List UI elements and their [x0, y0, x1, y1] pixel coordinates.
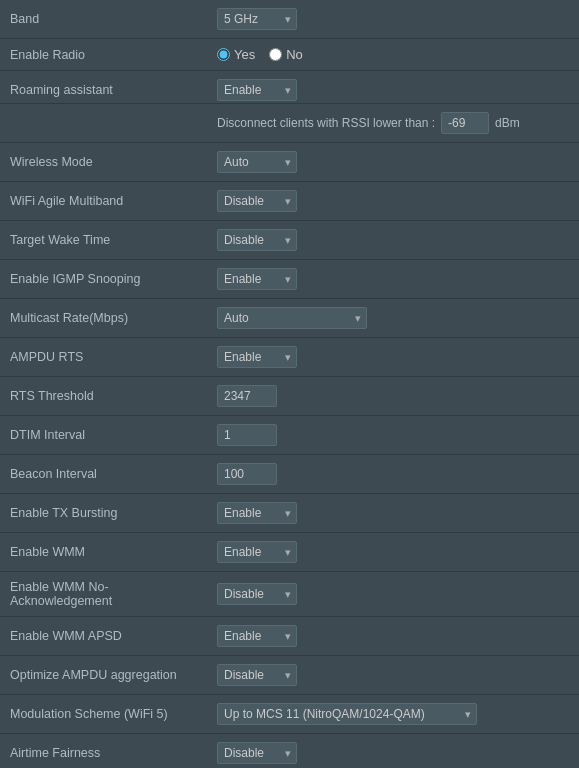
label-enable-tx-bursting: Enable TX Bursting [0, 494, 207, 533]
select-enable-tx-bursting[interactable]: EnableDisable [217, 502, 297, 524]
select-band[interactable]: 5 GHz2.4 GHz [217, 8, 297, 30]
rssi-row: Disconnect clients with RSSI lower than … [217, 112, 569, 134]
select-wrapper-wifi-agile-multiband: DisableEnable [217, 190, 297, 212]
select-multicast-rate-mbps-[interactable]: Auto125.511 [217, 307, 367, 329]
select-wrapper-enable-wmm-apsd: EnableDisable [217, 625, 297, 647]
text-input-rts-threshold[interactable] [217, 385, 277, 407]
row-roaming-assistant: Roaming assistantEnableDisable [0, 71, 579, 104]
label-target-wake-time: Target Wake Time [0, 221, 207, 260]
radio-option-text: Yes [234, 47, 255, 62]
label-enable-wmm-apsd: Enable WMM APSD [0, 617, 207, 656]
row-enable-tx-bursting: Enable TX BurstingEnableDisable [0, 494, 579, 533]
row-airtime-fairness: Airtime FairnessDisableEnable [0, 734, 579, 769]
row-enable-igmp-snooping: Enable IGMP SnoopingEnableDisable [0, 260, 579, 299]
label-rts-threshold: RTS Threshold [0, 377, 207, 416]
label-enable-wmm-no-acknowledgement: Enable WMM No-Acknowledgement [0, 572, 207, 617]
select-wrapper-enable-wmm-no-acknowledgement: DisableEnable [217, 583, 297, 605]
select-wrapper-enable-tx-bursting: EnableDisable [217, 502, 297, 524]
control-rts-threshold [207, 377, 579, 416]
label-multicast-rate-mbps-: Multicast Rate(Mbps) [0, 299, 207, 338]
select-wrapper-multicast-rate-mbps-: Auto125.511 [217, 307, 367, 329]
select-wrapper-wireless-mode: Auto802.11n802.11ac802.11ax [217, 151, 297, 173]
label-enable-igmp-snooping: Enable IGMP Snooping [0, 260, 207, 299]
row-multicast-rate-mbps-: Multicast Rate(Mbps)Auto125.511 [0, 299, 579, 338]
label-wifi-agile-multiband: WiFi Agile Multiband [0, 182, 207, 221]
control-enable-tx-bursting: EnableDisable [207, 494, 579, 533]
roaming-enable-wrapper: EnableDisable [217, 79, 297, 101]
label-roaming-assistant: Roaming assistant [0, 71, 207, 104]
control-enable-wmm: EnableDisable [207, 533, 579, 572]
radio-label-yes[interactable]: Yes [217, 47, 255, 62]
radio-label-no[interactable]: No [269, 47, 303, 62]
control-dtim-interval [207, 416, 579, 455]
control-roaming-assistant: EnableDisable [207, 71, 579, 104]
select-wrapper-enable-wmm: EnableDisable [217, 541, 297, 563]
row-rssi: Disconnect clients with RSSI lower than … [0, 104, 579, 143]
select-wrapper-band: 5 GHz2.4 GHz [217, 8, 297, 30]
select-wrapper-target-wake-time: DisableEnable [217, 229, 297, 251]
radio-no[interactable] [269, 48, 282, 61]
text-input-beacon-interval[interactable] [217, 463, 277, 485]
select-ampdu-rts[interactable]: EnableDisable [217, 346, 297, 368]
select-wrapper-optimize-ampdu-aggregation: DisableEnable [217, 664, 297, 686]
control-modulation-scheme-wifi-5-: Up to MCS 11 (NitroQAM/1024-QAM)Up to MC… [207, 695, 579, 734]
label-enable-wmm: Enable WMM [0, 533, 207, 572]
label-beacon-interval: Beacon Interval [0, 455, 207, 494]
control-airtime-fairness: DisableEnable [207, 734, 579, 769]
roaming-enable-select[interactable]: EnableDisable [217, 79, 297, 101]
row-modulation-scheme-wifi-5-: Modulation Scheme (WiFi 5)Up to MCS 11 (… [0, 695, 579, 734]
select-enable-wmm-no-acknowledgement[interactable]: DisableEnable [217, 583, 297, 605]
control-band: 5 GHz2.4 GHz [207, 0, 579, 39]
control-beacon-interval [207, 455, 579, 494]
row-band: Band5 GHz2.4 GHz [0, 0, 579, 39]
row-target-wake-time: Target Wake TimeDisableEnable [0, 221, 579, 260]
row-beacon-interval: Beacon Interval [0, 455, 579, 494]
row-rts-threshold: RTS Threshold [0, 377, 579, 416]
control-wifi-agile-multiband: DisableEnable [207, 182, 579, 221]
select-target-wake-time[interactable]: DisableEnable [217, 229, 297, 251]
control-enable-wmm-no-acknowledgement: DisableEnable [207, 572, 579, 617]
row-dtim-interval: DTIM Interval [0, 416, 579, 455]
radio-group-enable-radio: YesNo [217, 47, 569, 62]
select-wrapper-ampdu-rts: EnableDisable [217, 346, 297, 368]
row-ampdu-rts: AMPDU RTSEnableDisable [0, 338, 579, 377]
select-enable-igmp-snooping[interactable]: EnableDisable [217, 268, 297, 290]
row-optimize-ampdu-aggregation: Optimize AMPDU aggregationDisableEnable [0, 656, 579, 695]
label-airtime-fairness: Airtime Fairness [0, 734, 207, 769]
label-ampdu-rts: AMPDU RTS [0, 338, 207, 377]
select-airtime-fairness[interactable]: DisableEnable [217, 742, 297, 764]
label-modulation-scheme-wifi-5-: Modulation Scheme (WiFi 5) [0, 695, 207, 734]
row-enable-radio: Enable RadioYesNo [0, 39, 579, 71]
row-enable-wmm: Enable WMMEnableDisable [0, 533, 579, 572]
select-modulation-scheme-wifi-5-[interactable]: Up to MCS 11 (NitroQAM/1024-QAM)Up to MC… [217, 703, 477, 725]
row-wireless-mode: Wireless ModeAuto802.11n802.11ac802.11ax [0, 143, 579, 182]
select-enable-wmm[interactable]: EnableDisable [217, 541, 297, 563]
radio-yes[interactable] [217, 48, 230, 61]
select-wrapper-airtime-fairness: DisableEnable [217, 742, 297, 764]
radio-option-text: No [286, 47, 303, 62]
control-enable-wmm-apsd: EnableDisable [207, 617, 579, 656]
select-optimize-ampdu-aggregation[interactable]: DisableEnable [217, 664, 297, 686]
select-wrapper-enable-igmp-snooping: EnableDisable [217, 268, 297, 290]
label-optimize-ampdu-aggregation: Optimize AMPDU aggregation [0, 656, 207, 695]
control-enable-igmp-snooping: EnableDisable [207, 260, 579, 299]
control-multicast-rate-mbps-: Auto125.511 [207, 299, 579, 338]
select-wifi-agile-multiband[interactable]: DisableEnable [217, 190, 297, 212]
row-wifi-agile-multiband: WiFi Agile MultibandDisableEnable [0, 182, 579, 221]
control-wireless-mode: Auto802.11n802.11ac802.11ax [207, 143, 579, 182]
label-dtim-interval: DTIM Interval [0, 416, 207, 455]
label-band: Band [0, 0, 207, 39]
rssi-unit: dBm [495, 116, 520, 130]
control-enable-radio: YesNo [207, 39, 579, 71]
select-wireless-mode[interactable]: Auto802.11n802.11ac802.11ax [217, 151, 297, 173]
control-target-wake-time: DisableEnable [207, 221, 579, 260]
label-enable-radio: Enable Radio [0, 39, 207, 71]
label-rssi-empty [0, 104, 207, 143]
control-optimize-ampdu-aggregation: DisableEnable [207, 656, 579, 695]
row-enable-wmm-no-acknowledgement: Enable WMM No-AcknowledgementDisableEnab… [0, 572, 579, 617]
settings-table: Band5 GHz2.4 GHzEnable RadioYesNoRoaming… [0, 0, 579, 768]
select-enable-wmm-apsd[interactable]: EnableDisable [217, 625, 297, 647]
text-input-dtim-interval[interactable] [217, 424, 277, 446]
select-wrapper-modulation-scheme-wifi-5-: Up to MCS 11 (NitroQAM/1024-QAM)Up to MC… [217, 703, 477, 725]
rssi-input[interactable] [441, 112, 489, 134]
